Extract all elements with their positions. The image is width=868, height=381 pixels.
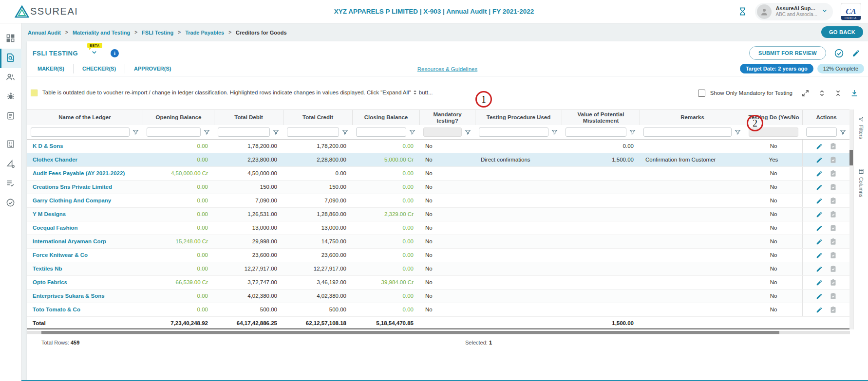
info-icon[interactable]: i [111,49,119,57]
filter-input-opening[interactable] [147,127,201,137]
row-edit-pencil-icon[interactable] [816,211,823,218]
vertical-scrollbar-thumb[interactable] [849,150,853,165]
row-clipboard-check-icon[interactable] [830,306,837,313]
row-clipboard-check-icon[interactable] [830,252,837,259]
sidebar-item-organization[interactable] [0,135,21,155]
row-edit-pencil-icon[interactable] [816,198,823,204]
column-header-mandatory[interactable]: Mandatory testing? [419,110,475,125]
table-row[interactable]: Toto Tomato & Co0.00500.00500.000.00NoNo [27,303,850,317]
cell-name[interactable]: K D & Sons [27,140,143,153]
row-edit-pencil-icon[interactable] [816,170,823,177]
filter-input-actions[interactable] [806,127,837,137]
cell-name[interactable]: Textiles Nb [27,262,143,275]
row-edit-pencil-icon[interactable] [816,279,823,286]
row-edit-pencil-icon[interactable] [816,238,823,245]
row-clipboard-check-icon[interactable] [830,170,837,177]
expand-all-rows-icon[interactable] [818,90,826,97]
column-header-remarks[interactable]: Remarks [640,110,745,125]
row-clipboard-check-icon[interactable] [830,156,837,163]
row-edit-pencil-icon[interactable] [816,157,823,163]
table-row[interactable]: Audit Fees Payable (AY 2021-2022)4,50,00… [27,167,850,181]
filter-funnel-icon-mandatory[interactable] [465,129,471,135]
row-clipboard-check-icon[interactable] [830,211,837,218]
cell-name[interactable]: Clothex Chander [27,153,143,166]
filter-funnel-icon-misstatement[interactable] [629,129,636,135]
section-title-dropdown[interactable]: FSLI TESTING [33,50,78,57]
cell-name[interactable]: Y M Designs [27,208,143,221]
column-header-credit[interactable]: Total Credit [283,110,352,125]
table-row[interactable]: Coequal Fashion0.0013,000.0013,000.000.0… [27,221,850,235]
table-row[interactable]: Garry Clothing And Company0.007,090.007,… [27,194,850,208]
filter-funnel-icon-closing[interactable] [409,129,415,135]
go-back-button[interactable]: GO BACK [821,26,863,38]
row-edit-pencil-icon[interactable] [816,293,823,300]
column-header-name[interactable]: Name of the Ledger [27,110,143,125]
breadcrumb-materiality-testing[interactable]: Materiality and Testing [73,30,130,36]
edit-pencil-icon[interactable] [852,49,860,57]
row-clipboard-check-icon[interactable] [830,238,837,245]
columns-panel-toggle[interactable]: Columns [858,168,864,197]
cell-name[interactable]: Garry Clothing And Company [27,194,143,207]
row-clipboard-check-icon[interactable] [830,183,837,191]
row-edit-pencil-icon[interactable] [816,225,823,232]
filter-input-remarks[interactable] [643,127,732,137]
filter-funnel-icon-actions[interactable] [840,129,846,135]
row-clipboard-check-icon[interactable] [830,224,837,232]
expand-table-icon[interactable] [801,89,810,97]
sidebar-item-signoff[interactable] [0,194,21,213]
table-row[interactable]: International Aryaman Corp15,248.00 Cr29… [27,235,850,249]
filters-panel-toggle[interactable]: Filters [858,116,864,139]
row-edit-pencil-icon[interactable] [816,184,823,191]
vertical-scrollbar[interactable] [849,109,853,329]
cell-name[interactable]: Force Knitwear & Co [27,249,143,262]
breadcrumb-trade-payables[interactable]: Trade Payables [185,30,224,36]
row-clipboard-check-icon[interactable] [830,143,837,150]
filter-funnel-icon-credit[interactable] [342,129,348,135]
filter-input-credit[interactable] [287,127,339,137]
user-menu[interactable]: AssureAI Sup... ABC and Associa... [755,3,833,20]
table-row[interactable]: Opto Fabrics66,539.00 Cr3,72,747.003,46,… [27,276,850,290]
filter-funnel-icon-procedure[interactable] [551,129,558,135]
sidebar-item-notes[interactable] [0,107,21,127]
resources-guidelines-link[interactable]: Resources & Guidelines [417,66,477,72]
row-clipboard-check-icon[interactable] [830,197,837,204]
download-icon[interactable] [850,89,858,97]
row-edit-pencil-icon[interactable] [816,252,823,259]
horizontal-scrollbar-thumb[interactable] [41,331,779,334]
table-row[interactable]: K D & Sons0.001,78,200.001,78,200.000.00… [27,140,850,153]
sidebar-item-issues[interactable] [0,88,21,107]
table-row[interactable]: Force Knitwear & Co0.0023,600.0023,600.0… [27,249,850,262]
cell-name[interactable]: International Aryaman Corp [27,235,143,248]
column-header-procedure[interactable]: Testing Procedure Used [475,110,562,125]
row-clipboard-check-icon[interactable] [830,265,837,272]
filter-funnel-icon-name[interactable] [132,129,139,135]
column-header-debit[interactable]: Total Debit [214,110,283,125]
column-header-misstatement[interactable]: Value of Potential Misstatement [562,110,640,125]
sidebar-item-dashboard[interactable] [0,29,21,49]
filter-funnel-icon-remarks[interactable] [735,129,741,135]
row-clipboard-check-icon[interactable] [830,292,837,300]
column-header-actions[interactable]: Actions [802,110,850,125]
cell-name[interactable]: Audit Fees Payable (AY 2021-2022) [27,167,143,180]
row-edit-pencil-icon[interactable] [816,143,823,150]
table-row[interactable]: Y M Designs0.001,26,531.001,28,860.002,3… [27,208,850,221]
submit-for-review-button[interactable]: SUBMIT FOR REVIEW [749,46,826,60]
assureai-logo[interactable]: SSUREAI [15,5,78,18]
approve-check-circle-icon[interactable] [834,48,844,58]
row-edit-pencil-icon[interactable] [816,266,823,272]
sidebar-item-team[interactable] [0,68,21,88]
show-only-mandatory-checkbox[interactable] [698,90,705,97]
breadcrumb-annual-audit[interactable]: Annual Audit [28,30,61,36]
filter-input-closing[interactable] [356,127,406,137]
column-header-closing[interactable]: Closing Balance [352,110,419,125]
sidebar-item-audit-review[interactable] [0,49,21,68]
filter-input-debit[interactable] [218,127,270,137]
filter-funnel-icon-debit[interactable] [273,129,279,135]
cell-name[interactable]: Toto Tomato & Co [27,303,143,316]
filter-input-name[interactable] [31,127,130,137]
filter-input-procedure[interactable] [479,127,548,137]
cell-name[interactable]: Creations Sns Private Limited [27,181,143,194]
breadcrumb-fsli-testing[interactable]: FSLI Testing [142,30,173,36]
table-row[interactable]: Clothex Chander0.002,23,800.002,28,800.0… [27,153,850,167]
table-row[interactable]: Creations Sns Private Limited0.00150.001… [27,181,850,194]
